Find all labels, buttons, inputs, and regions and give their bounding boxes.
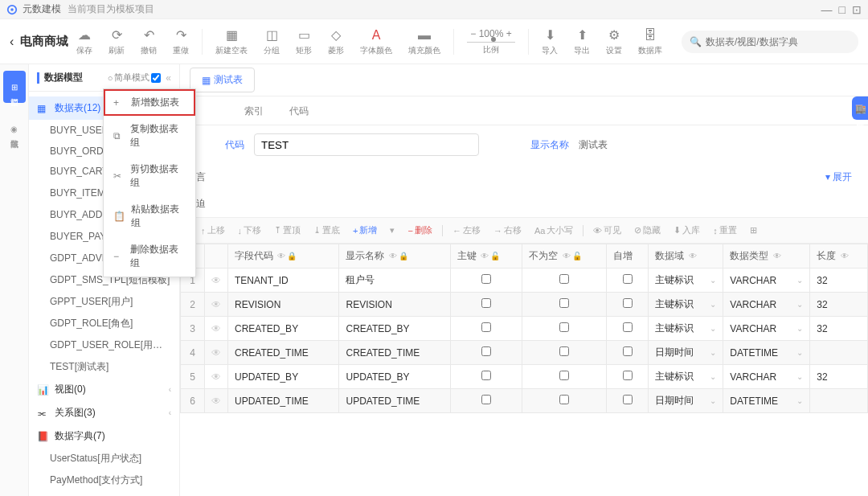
cell-code[interactable]: UPDATED_TIME — [228, 389, 339, 413]
tb-bottom[interactable]: ⤓置底 — [309, 223, 345, 238]
visibility-icon[interactable]: 👁 — [205, 268, 228, 293]
tb-show[interactable]: 👁可见 — [588, 223, 626, 238]
cell-name[interactable]: CREATED_TIME — [339, 341, 450, 365]
import-button[interactable]: ⬇导入 — [535, 26, 564, 58]
cell-pk[interactable] — [450, 293, 522, 317]
redo-button[interactable]: ↷重做 — [166, 26, 195, 58]
subtab-index[interactable]: 索引 — [241, 105, 267, 125]
database-button[interactable]: 🗄数据库 — [632, 26, 669, 58]
cell-name[interactable]: CREATED_BY — [339, 317, 450, 341]
search-input[interactable] — [682, 31, 858, 53]
field-library-button[interactable]: 🏬字段库 — [852, 96, 868, 120]
cell-name[interactable]: REVISION — [339, 293, 450, 317]
cell-type[interactable]: VARCHAR⌄ — [723, 268, 810, 293]
table-row[interactable]: 6👁UPDATED_TIMEUPDATED_TIME日期时间⌄DATETIME⌄ — [181, 389, 868, 413]
cell-type[interactable]: DATETIME⌄ — [723, 341, 810, 365]
zoom-out-icon[interactable]: − — [470, 28, 476, 39]
collapse-icon[interactable]: « — [166, 72, 171, 84]
cell-autoinc[interactable] — [607, 365, 649, 389]
cell-pk[interactable] — [450, 341, 522, 365]
cell-notnull[interactable] — [522, 268, 607, 293]
cell-code[interactable]: TENANT_ID — [228, 268, 339, 293]
cell-length[interactable] — [810, 389, 868, 413]
close-button[interactable]: ⊡ — [852, 3, 862, 16]
rail-domain[interactable]: ◉数据域 — [3, 113, 26, 145]
cell-notnull[interactable] — [522, 317, 607, 341]
cell-notnull[interactable] — [522, 341, 607, 365]
cell-autoinc[interactable] — [607, 268, 649, 293]
col-length[interactable]: 长度 👁 — [810, 244, 868, 268]
cell-length[interactable]: 32 — [810, 293, 868, 317]
undo-button[interactable]: ↶撤销 — [134, 26, 163, 58]
tree-group-relations[interactable]: ⫘ 关系图(3) ‹ — [29, 401, 179, 424]
simple-mode-toggle[interactable]: ○简单模式 — [108, 72, 162, 84]
cell-code[interactable]: CREATED_BY — [228, 317, 339, 341]
cell-domain[interactable]: 主键标识⌄ — [649, 268, 723, 293]
group-button[interactable]: ◫分组 — [257, 26, 286, 58]
tb-del[interactable]: −删除 — [403, 223, 436, 238]
tb-more[interactable]: ⊞ — [745, 223, 762, 237]
tree-item[interactable]: TEST[测试表] — [29, 356, 179, 378]
cell-domain[interactable]: 主键标识⌄ — [649, 317, 723, 341]
visibility-icon[interactable]: 👁 — [205, 317, 228, 341]
zoom-in-icon[interactable]: + — [506, 28, 512, 39]
rail-model[interactable]: ⊞模型 — [3, 71, 26, 103]
visibility-icon[interactable]: 👁 — [205, 365, 228, 389]
subtab-code[interactable]: 代码 — [286, 105, 312, 125]
cell-autoinc[interactable] — [607, 317, 649, 341]
cell-pk[interactable] — [450, 389, 522, 413]
expand-button[interactable]: ▾ 展开 — [825, 170, 852, 184]
cell-length[interactable]: 32 — [810, 317, 868, 341]
cell-pk[interactable] — [450, 365, 522, 389]
zoom-control[interactable]: − 100% + 比例 — [461, 27, 522, 57]
cell-notnull[interactable] — [522, 389, 607, 413]
new-table-button[interactable]: ▦新建空表 — [209, 26, 254, 58]
cell-type[interactable]: VARCHAR⌄ — [723, 293, 810, 317]
tree-group-dicts[interactable]: 📕 数据字典(7) — [29, 424, 179, 448]
menu-copy-group[interactable]: ⧉复制数据表组 — [104, 116, 195, 156]
table-row[interactable]: 2👁REVISIONREVISION主键标识⌄VARCHAR⌄32 — [181, 293, 868, 317]
tree-item[interactable]: InvoiceType[发票类型] — [29, 491, 179, 496]
minimize-button[interactable]: — — [821, 3, 833, 16]
cell-autoinc[interactable] — [607, 389, 649, 413]
tree-item[interactable]: UserStatus[用户状态] — [29, 448, 179, 469]
cell-domain[interactable]: 日期时间⌄ — [649, 389, 723, 413]
cell-name[interactable]: UPDATED_BY — [339, 365, 450, 389]
code-input[interactable] — [254, 133, 479, 156]
cell-autoinc[interactable] — [607, 293, 649, 317]
table-row[interactable]: 3👁CREATED_BYCREATED_BY主键标识⌄VARCHAR⌄32 — [181, 317, 868, 341]
cell-type[interactable]: VARCHAR⌄ — [723, 365, 810, 389]
tb-hide[interactable]: ⊘隐藏 — [629, 223, 665, 238]
cell-code[interactable]: UPDATED_BY — [228, 365, 339, 389]
tree-item[interactable]: GDPT_USER_ROLE[用户角色] — [29, 334, 179, 356]
table-row[interactable]: 4👁CREATED_TIMECREATED_TIME日期时间⌄DATETIME⌄ — [181, 341, 868, 365]
rect-button[interactable]: ▭矩形 — [289, 26, 318, 58]
back-button[interactable]: ‹ — [10, 35, 14, 49]
table-row[interactable]: 1👁TENANT_ID租户号主键标识⌄VARCHAR⌄32 — [181, 268, 868, 293]
cell-notnull[interactable] — [522, 293, 607, 317]
col-type[interactable]: 数据类型 👁 — [723, 244, 810, 268]
settings-button[interactable]: ⚙设置 — [600, 26, 628, 58]
cell-autoinc[interactable] — [607, 341, 649, 365]
cell-pk[interactable] — [450, 268, 522, 293]
save-button[interactable]: ☁保存 — [70, 26, 99, 58]
font-color-button[interactable]: A字体颜色 — [354, 26, 399, 58]
tb-top[interactable]: ⤒置顶 — [269, 223, 305, 238]
visibility-icon[interactable]: 👁 — [205, 293, 228, 317]
col-field-code[interactable]: 字段代码 👁🔒 — [228, 244, 339, 268]
col-pk[interactable]: 主键 👁🔓 — [450, 244, 522, 268]
cell-code[interactable]: CREATED_TIME — [228, 341, 339, 365]
tree-item[interactable]: GPPT_USER[用户] — [29, 291, 179, 313]
maximize-button[interactable]: □ — [839, 3, 845, 16]
cell-length[interactable]: 32 — [810, 365, 868, 389]
menu-paste-group[interactable]: 📋粘贴数据表组 — [104, 196, 195, 236]
cell-length[interactable]: 32 — [810, 268, 868, 293]
tb-store[interactable]: ⬇入库 — [669, 223, 705, 238]
cell-code[interactable]: REVISION — [228, 293, 339, 317]
tb-add[interactable]: +新增 — [348, 223, 382, 238]
visibility-icon[interactable]: 👁 — [205, 341, 228, 365]
cell-name[interactable]: 租户号 — [339, 268, 450, 293]
menu-delete-group[interactable]: −删除数据表组 — [104, 236, 195, 277]
cell-domain[interactable]: 日期时间⌄ — [649, 341, 723, 365]
cell-length[interactable] — [810, 341, 868, 365]
